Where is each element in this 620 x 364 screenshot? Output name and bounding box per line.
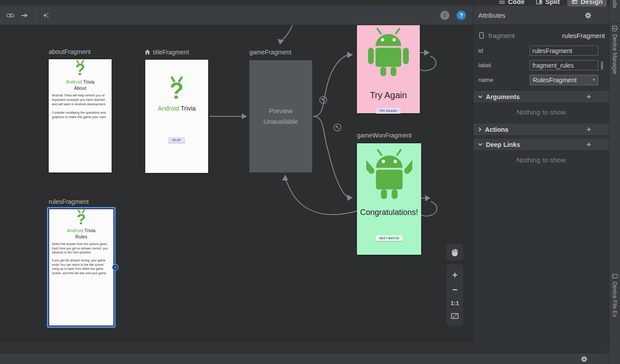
tab-design-label: Design — [581, 0, 603, 5]
pan-tool-button[interactable] — [446, 244, 463, 261]
android-robot-icon — [366, 27, 411, 77]
arrowhead — [347, 195, 353, 201]
split-icon — [536, 0, 542, 5]
arrowhead — [425, 195, 430, 201]
preview-unavailable-text: Preview Unavailable — [264, 106, 298, 127]
id-row: id — [473, 45, 609, 57]
tab-code[interactable]: Code — [495, 0, 529, 7]
nav-graph-canvas[interactable]: aboutFragment ? Android Trivia About And… — [0, 25, 473, 341]
action-drag-handle[interactable] — [112, 264, 119, 271]
fragment-label-title[interactable]: titleFragment — [144, 49, 189, 56]
gear-icon — [581, 356, 588, 363]
zoom-out-button[interactable]: − — [452, 285, 457, 294]
warnings-indicator-icon[interactable]: ! — [440, 11, 450, 20]
design-icon — [571, 0, 578, 5]
add-argument-button[interactable]: + — [586, 92, 591, 101]
fragment-label-text: titleFragment — [153, 49, 189, 56]
right-tool-window-rail: adle Device Manager Device File Ex — [609, 0, 620, 364]
arguments-empty-text: Nothing to show — [473, 108, 609, 116]
attributes-panel: Attributes fragment rulesFragment — [473, 6, 609, 341]
toolbar-divider — [35, 11, 35, 20]
fragment-card-gamewon[interactable]: Congratulations! NEXT MATCH — [357, 143, 421, 255]
pop-behavior-icon — [334, 124, 341, 131]
editor-mode-tabs: Code Split Design — [495, 0, 607, 7]
panel-settings-button[interactable] — [585, 12, 592, 19]
rail-tab-device-file-explorer[interactable]: Device File Ex — [612, 273, 618, 317]
fragment-card-game[interactable]: Preview Unavailable — [249, 60, 312, 172]
tab-split-label: Split — [545, 0, 560, 5]
actions-section-header[interactable]: Actions + — [473, 123, 609, 136]
add-deeplink-button[interactable]: + — [586, 140, 591, 149]
zoom-in-button[interactable]: + — [452, 271, 457, 280]
bottom-strip — [0, 341, 609, 353]
panel-scrollbar-thumb[interactable] — [601, 61, 603, 70]
arrowhead — [282, 175, 288, 180]
edge-game-to-tryagain[interactable] — [314, 55, 348, 116]
tab-code-label: Code — [508, 0, 525, 5]
logo-glyph: ? — [75, 61, 85, 79]
tryagain-heading: Try Again — [357, 90, 420, 100]
tab-split[interactable]: Split — [532, 0, 564, 7]
id-input[interactable] — [530, 46, 598, 56]
fragment-label-game[interactable]: gameFragment — [249, 49, 291, 56]
next-match-button: NEXT MATCH — [376, 235, 403, 241]
edge-tryagain-loop-arc[interactable] — [419, 56, 436, 71]
android-trivia-logo-icon: ? — [170, 79, 184, 102]
gamewon-heading: Congratulations! — [357, 208, 421, 217]
bottom-settings-button[interactable] — [581, 356, 588, 363]
brand-green: Android — [158, 105, 179, 112]
code-icon — [499, 0, 505, 5]
fragment-label-gamewon[interactable]: gameWonFragment — [357, 132, 411, 139]
about-heading: About — [49, 85, 112, 91]
label-row: label — [473, 59, 609, 71]
zoom-to-fit-icon[interactable] — [451, 312, 459, 320]
component-summary-row: fragment rulesFragment — [473, 28, 609, 43]
fragment-label-rules[interactable]: rulesFragment — [49, 198, 89, 205]
brand-green: Android — [67, 228, 83, 233]
edge-into-game-top[interactable] — [283, 25, 293, 40]
arrow-right-icon — [21, 11, 29, 19]
arguments-section-header[interactable]: Arguments + — [473, 90, 609, 103]
rail-tab-label: Device Manager — [612, 34, 618, 74]
nav-editor-toolbar: ! ? — [0, 6, 473, 25]
deeplinks-empty-text: Nothing to show — [473, 156, 609, 164]
help-icon[interactable]: ? — [457, 11, 466, 20]
home-icon — [144, 49, 151, 55]
android-trivia-logo-icon: ? — [75, 62, 85, 78]
deeplinks-title: Deep Links — [486, 141, 520, 148]
fragment-card-rules-selected[interactable]: ? Android Trivia Rules Select the answer… — [47, 207, 116, 328]
tab-design[interactable]: Design — [567, 0, 607, 7]
bottom-tool-window-header — [0, 353, 609, 364]
rail-tab-gradle[interactable]: adle — [612, 0, 618, 8]
add-action-button[interactable] — [21, 11, 29, 19]
fragment-card-title[interactable]: ? Android Trivia PLAY — [145, 60, 208, 173]
rail-tab-label: adle — [612, 0, 618, 8]
component-type: fragment — [488, 32, 515, 39]
deep-link-button[interactable] — [6, 11, 15, 19]
add-action-button[interactable]: + — [586, 125, 591, 134]
deeplinks-section-header[interactable]: Deep Links + — [473, 138, 609, 151]
name-dropdown[interactable]: RulesFragment ▼ — [530, 75, 598, 85]
zoom-controls: + − 1:1 — [446, 264, 463, 326]
sparkles-icon — [42, 12, 50, 19]
rail-tab-device-manager[interactable]: Device Manager — [612, 26, 618, 74]
edge-game-to-gamewon[interactable] — [314, 116, 348, 198]
brand-line: Android Trivia — [49, 228, 113, 233]
fragment-label-text: gameWonFragment — [357, 132, 411, 139]
zoom-reset-button[interactable]: 1:1 — [451, 300, 459, 307]
id-label: id — [478, 47, 483, 54]
fragment-label-about[interactable]: aboutFragment — [49, 48, 91, 55]
try-again-button: TRY AGAIN? — [376, 108, 401, 114]
auto-arrange-button[interactable] — [42, 12, 50, 19]
arrowhead — [424, 50, 430, 56]
edge-gamewon-to-game[interactable] — [285, 180, 357, 215]
gear-icon — [585, 12, 592, 19]
hand-icon — [451, 248, 459, 257]
label-input[interactable] — [530, 60, 598, 70]
attributes-title: Attributes — [478, 12, 505, 19]
fragment-card-tryagain[interactable]: Try Again TRY AGAIN? — [357, 25, 420, 113]
fragment-card-about[interactable]: ? Android Trivia About Android Trivia wi… — [49, 59, 112, 172]
fragment-label-text: aboutFragment — [49, 48, 91, 55]
edge-gamewon-loop-arc[interactable] — [420, 202, 437, 216]
brand-rest: Trivia — [179, 105, 195, 112]
